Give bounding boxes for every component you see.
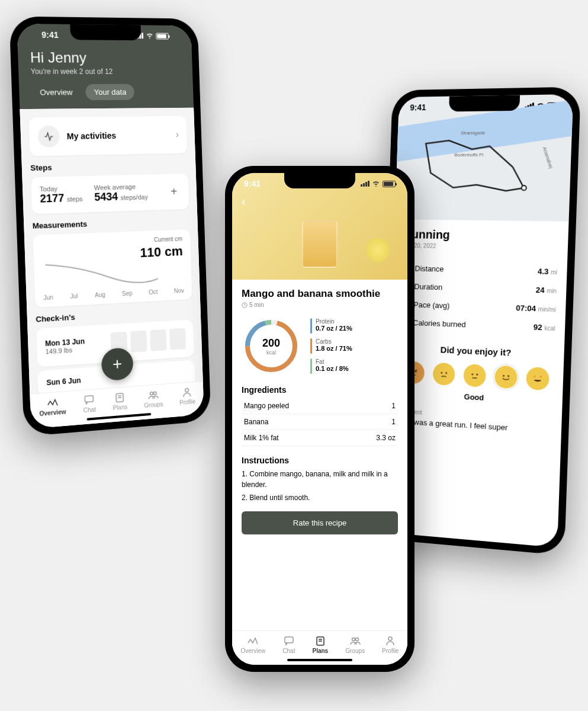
macro-value: 0.1 oz / 8%	[316, 365, 349, 372]
measurements-section-label: Measurements	[33, 216, 190, 230]
steps-today-unit: steps	[67, 195, 83, 203]
status-time: 9:41	[41, 30, 59, 40]
macro-carbs: Carbs1.8 oz / 71%	[310, 338, 352, 354]
lemon-illustration	[366, 238, 390, 262]
wifi-icon	[146, 33, 154, 39]
nav-groups[interactable]: Groups	[345, 636, 365, 654]
ingredient-qty: 1	[391, 402, 396, 410]
ingredient-qty: 1	[391, 418, 396, 426]
activity-title: Running	[403, 228, 559, 244]
nav-label: Overview	[39, 408, 66, 417]
add-steps-button[interactable]: +	[167, 184, 181, 198]
emoji-selected-label: Good	[398, 389, 553, 406]
steps-week-unit: steps/day	[120, 193, 148, 201]
profile-icon	[384, 636, 396, 646]
month-label: Aug	[95, 292, 105, 299]
photo-thumbnail[interactable]	[130, 331, 147, 353]
nav-plans[interactable]: Plans	[113, 392, 128, 411]
nav-plans[interactable]: Plans	[312, 636, 328, 654]
ingredient-name: Banana	[244, 418, 268, 426]
stat-label: Calories burned	[413, 318, 466, 329]
month-label: Oct	[149, 289, 158, 296]
chat-icon	[83, 394, 95, 406]
measurements-months: Jun Jul Aug Sep Oct Nov	[43, 287, 184, 301]
my-activities-card[interactable]: My activities ›	[28, 116, 187, 156]
battery-icon	[156, 33, 169, 39]
photo-thumbnail[interactable]	[150, 329, 166, 351]
wifi-icon	[372, 181, 380, 187]
recipe-time-value: 5 min	[249, 302, 264, 308]
nav-label: Overview	[241, 648, 266, 654]
map-street-label: Arsenalvej	[541, 146, 554, 169]
phone-notch	[449, 95, 520, 111]
recipe-title: Mango and banana smoothie	[242, 288, 398, 300]
run-route-path	[418, 131, 538, 203]
recipe-hero-image: 9:41 ‹	[232, 173, 407, 280]
nav-label: Chat	[83, 406, 97, 414]
nav-label: Groups	[345, 648, 365, 654]
map-street-label: Bodenhoffs Pl	[454, 152, 483, 158]
svg-point-18	[388, 637, 392, 640]
phone-overview-mockup: 9:41 Hi Jenny You're in week 2 out of 12…	[9, 16, 211, 436]
tab-overview[interactable]: Overview	[31, 84, 81, 101]
stats-list: Distance4.3 mi Duration24 min Pace (avg)…	[400, 259, 558, 337]
plans-icon	[114, 392, 126, 403]
emoji-neutral[interactable]	[463, 364, 486, 387]
overview-icon	[46, 397, 59, 409]
stat-unit: kcal	[544, 325, 555, 332]
measurements-current-label: Current cm	[154, 235, 182, 243]
recipe-time: 5 min	[242, 302, 398, 308]
svg-point-4	[150, 392, 153, 395]
nav-overview[interactable]: Overview	[39, 396, 66, 417]
nav-label: Groups	[144, 401, 163, 409]
status-time: 9:41	[244, 179, 261, 188]
nutrition-panel: 200 kcal Protein0.7 oz / 21% Carbs1.8 oz…	[242, 316, 398, 376]
stat-label: Duration	[414, 282, 442, 292]
phone-notch	[284, 173, 355, 188]
nav-overview[interactable]: Overview	[241, 636, 266, 654]
body: My activities › Steps Today 2177 steps W…	[20, 108, 204, 429]
tab-your-data[interactable]: Your data	[85, 84, 134, 100]
macro-fat: Fat0.1 oz / 8%	[310, 358, 352, 374]
svg-rect-12	[285, 637, 293, 643]
chevron-right-icon: ›	[175, 129, 179, 140]
stat-unit: min/mi	[538, 306, 556, 313]
emoji-sad[interactable]	[433, 363, 455, 386]
stat-unit: min	[547, 287, 557, 294]
macro-label: Protein	[316, 318, 352, 325]
clock-icon	[242, 302, 248, 308]
month-label: Sep	[122, 290, 133, 297]
nav-chat[interactable]: Chat	[83, 394, 96, 414]
measurements-card[interactable]: Current cm 110 cm Jun Jul Aug Sep Oct No…	[33, 229, 192, 308]
stat-unit: mi	[551, 269, 557, 276]
activity-date: Jun 20, 2022	[403, 242, 558, 252]
instructions-title: Instructions	[242, 456, 398, 465]
rate-recipe-button[interactable]: Rate this recipe	[242, 511, 398, 534]
nav-profile[interactable]: Profile	[382, 636, 399, 654]
nav-chat[interactable]: Chat	[282, 636, 295, 654]
emoji-love[interactable]	[526, 367, 550, 390]
macro-value: 0.7 oz / 21%	[316, 325, 352, 332]
svg-point-26	[445, 372, 447, 374]
smoothie-illustration	[302, 220, 338, 268]
nav-label: Plans	[113, 403, 127, 411]
back-button[interactable]: ‹	[242, 194, 246, 208]
emoji-happy[interactable]	[494, 365, 518, 389]
steps-week-val: 5434	[94, 191, 118, 203]
nav-profile[interactable]: Profile	[179, 387, 195, 406]
photo-thumbnail[interactable]	[169, 328, 186, 350]
nav-groups[interactable]: Groups	[144, 389, 163, 409]
overview-icon	[247, 636, 259, 646]
home-indicator[interactable]	[287, 659, 352, 661]
stat-value: 4.3	[538, 267, 549, 276]
macro-value: 1.8 oz / 71%	[316, 345, 352, 352]
ingredient-row: Mango peeled1	[242, 398, 398, 414]
ingredient-row: Banana1	[242, 414, 398, 430]
run-map[interactable]: 9:41 ‹ Strandgade Bodenhoffs Pl Arsenalv…	[395, 94, 573, 222]
nav-label: Chat	[282, 648, 295, 654]
recipe-body: Mango and banana smoothie 5 min 200 kcal	[232, 280, 407, 665]
steps-today-val: 2177	[40, 192, 64, 204]
activity-icon	[37, 126, 60, 148]
nav-label: Profile	[179, 398, 195, 406]
macro-protein: Protein0.7 oz / 21%	[310, 318, 352, 334]
